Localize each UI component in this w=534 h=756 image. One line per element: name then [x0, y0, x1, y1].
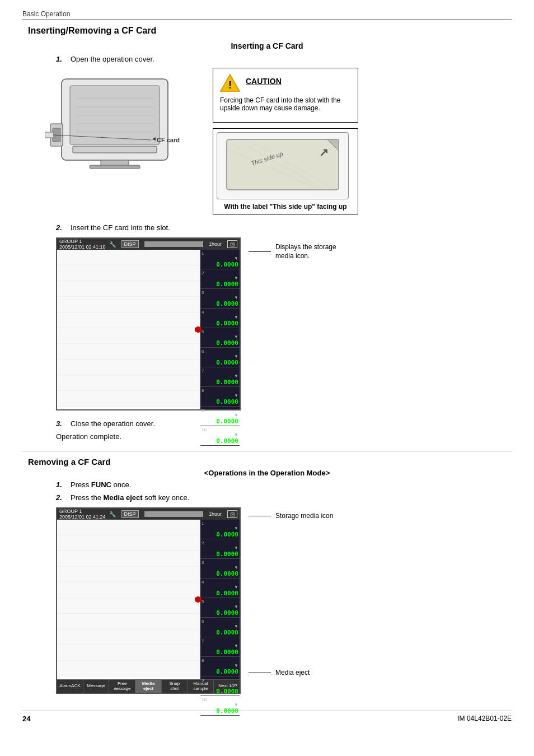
remove-step-2: 2. Press the Media eject soft key once. [56, 493, 512, 502]
step-1-text: Open the operation cover. [71, 55, 154, 63]
func-bold: FUNC [91, 480, 111, 489]
caution-box: ! CAUTION Forcing the CF card into the s… [213, 68, 358, 123]
softkey-free-message[interactable]: Freenessage [109, 680, 135, 693]
cf-card-image-box: ↗ This side up With the label "This side… [213, 128, 358, 214]
caution-title: CAUTION [246, 77, 282, 86]
svg-text:↗: ↗ [319, 146, 329, 158]
ch-row [57, 535, 200, 551]
step-3: 3. Close the operation cover. [56, 419, 512, 428]
screen-storage-icon-1: ⊡ [227, 240, 237, 248]
svg-rect-1 [70, 86, 160, 144]
ch-row [57, 614, 200, 629]
media-eject-annotation-text: Media eject [275, 669, 310, 676]
svg-text:◄: ◄ [151, 136, 157, 142]
screen-icon-2: 🔧 [109, 511, 116, 517]
right-panel-1: 1 ▼ 0.0000 2 ▼ 0.0000 3 ▼ 0.0000 4 ▼ [200, 250, 240, 409]
svg-rect-2 [73, 146, 157, 153]
screen-time-1: 1hour [209, 241, 222, 247]
remove-step-2-num: 2. [56, 493, 67, 502]
ch-row [57, 328, 200, 344]
ch-val-5: 5 ▼ 0.0000 [200, 328, 240, 348]
ch-row [57, 598, 200, 614]
page-footer: 24 IM 04L42B01-02E [22, 711, 512, 723]
ch-row [57, 520, 200, 535]
screen-icon-1: 🔧 [109, 241, 116, 248]
device-illustration: ◄ CF card [45, 68, 202, 191]
ch-row [57, 567, 200, 582]
ch2-val-4: 4▼0.0000 [200, 578, 240, 598]
page-number: 24 [22, 715, 30, 723]
ch-val-6: 6 ▼ 0.0000 [200, 348, 240, 367]
ch2-val-2: 2▼0.0000 [200, 539, 240, 559]
ch-val-10: 10 ▼ 0.0000 [200, 426, 240, 446]
screen-disp-2: DISP [121, 510, 139, 518]
ch-row [57, 661, 200, 676]
caution-text: Forcing the CF card into the slot with t… [220, 96, 351, 112]
ch-row [57, 360, 200, 375]
annotation-1: Displays the storage media icon. [249, 237, 336, 260]
softkey-alarmack[interactable]: AlarmACK [57, 680, 83, 693]
step-3-text: Close the operation cover. [71, 419, 155, 428]
ch-val-2: 2 ▼ 0.0000 [200, 269, 240, 289]
screen-header-1: GROUP 12005/12/01 02:41:10 🔧 DISP 1hour … [57, 239, 240, 250]
ch-row [57, 250, 200, 265]
ch2-val-6: 6▼0.0000 [200, 618, 240, 637]
screen-area-2: GROUP 12005/12/01 02:41:24 🔧 DISP 1hour … [56, 507, 512, 694]
ch-row [57, 391, 200, 407]
ch-row [57, 645, 200, 661]
media-eject-bold: Media eject [104, 493, 143, 502]
ch2-val-3: 3▼0.0000 [200, 559, 240, 578]
softkey-message[interactable]: Message [83, 680, 110, 693]
ch-row [57, 297, 200, 312]
remove-title: Removing a CF Card [28, 457, 512, 466]
doc-id: IM 04L42B01-02E [457, 715, 512, 723]
section-divider [22, 451, 512, 451]
ch-row [57, 344, 200, 360]
ch-val-9: 9 ▼ 0.0000 [200, 407, 240, 426]
cf-card-caption: With the label "This side up" facing up [217, 203, 354, 211]
ch-row [57, 582, 200, 598]
svg-text:!: ! [228, 80, 232, 91]
step-3-num: 3. [56, 419, 67, 428]
annotation-line-1: Displays the storage media icon. [249, 243, 336, 260]
diagram-area: ◄ CF card ! CAUTION Forcing the CF card … [45, 68, 512, 214]
ch2-val-5: 5▼0.0000 [200, 598, 240, 618]
annotation-text-1a: Displays the storage [275, 243, 336, 251]
ch-row [57, 312, 200, 328]
svg-text:CF card: CF card [157, 137, 180, 143]
storage-annotation: Storage media icon [249, 512, 333, 520]
cf-card-diagram: ↗ This side up [217, 132, 349, 199]
softkey-snap-shot[interactable]: Snapshot [162, 680, 188, 693]
section-label: Basic Operation [22, 10, 512, 20]
step-2-num: 2. [56, 223, 67, 232]
screen-group-1: GROUP 12005/12/01 02:41:10 [59, 239, 106, 250]
screen-body-2: 1▼0.0000 2▼0.0000 3▼0.0000 4▼0.0000 5▼0.… [57, 520, 240, 679]
ch-val-1: 1 ▼ 0.0000 [200, 250, 240, 269]
remove-step-1: 1. Press FUNC once. [56, 480, 512, 489]
screen-body-1: 1 ▼ 0.0000 2 ▼ 0.0000 3 ▼ 0.0000 4 ▼ [57, 250, 240, 409]
ch-row [57, 629, 200, 645]
ch-val-4: 4 ▼ 0.0000 [200, 309, 240, 328]
screen-mockup-2: GROUP 12005/12/01 02:41:24 🔧 DISP 1hour … [56, 507, 241, 694]
softkey-media-eject[interactable]: Mediaeject [135, 680, 162, 693]
storage-annotation-text: Storage media icon [275, 512, 333, 520]
ch-val-3: 3 ▼ 0.0000 [200, 289, 240, 309]
operation-complete: Operation complete. [56, 432, 512, 441]
screen-mockup-1: GROUP 12005/12/01 02:41:10 🔧 DISP 1hour … [56, 237, 241, 410]
insert-subtitle: Inserting a CF Card [22, 41, 512, 50]
step-2-text: Insert the CF card into the slot. [71, 223, 170, 232]
step-2: 2. Insert the CF card into the slot. [56, 223, 512, 232]
channel-list-1 [57, 250, 200, 409]
main-title: Inserting/Removing a CF Card [28, 26, 512, 36]
right-panel-2: 1▼0.0000 2▼0.0000 3▼0.0000 4▼0.0000 5▼0.… [200, 520, 240, 679]
remove-step-2-text: Press the Media eject soft key once. [71, 493, 189, 502]
ch-val-7: 7 ▼ 0.0000 [200, 367, 240, 387]
ch2-val-1: 1▼0.0000 [200, 520, 240, 539]
ch2-val-7: 7▼0.0000 [200, 637, 240, 657]
step-1-num: 1. [56, 55, 67, 63]
channel-list-2 [57, 520, 200, 679]
screen-group-2: GROUP 12005/12/01 02:41:24 [59, 508, 106, 520]
ch-row [57, 265, 200, 281]
ch-val-8: 8 ▼ 0.0000 [200, 387, 240, 407]
ops-subtitle: <Operations in the Operation Mode> [22, 469, 512, 477]
